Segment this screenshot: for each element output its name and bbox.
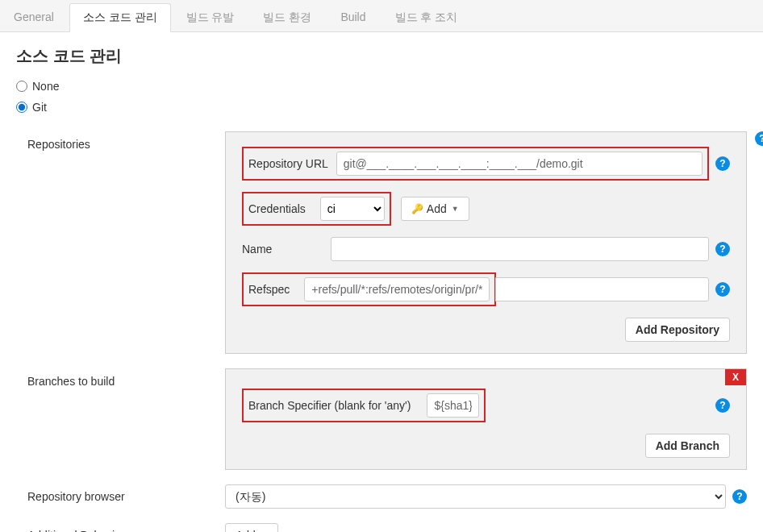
repositories-label: Repositories: [27, 131, 225, 151]
credentials-select[interactable]: ci: [320, 197, 385, 221]
help-icon[interactable]: ?: [715, 242, 730, 256]
radio-none[interactable]: [16, 81, 27, 92]
help-icon[interactable]: ?: [715, 282, 730, 297]
config-tabs: General 소스 코드 관리 빌드 유발 빌드 환경 Build 빌드 후 …: [0, 0, 763, 32]
tab-post-build[interactable]: 빌드 후 조치: [382, 3, 472, 31]
credentials-label: Credentials: [248, 202, 306, 215]
content: None Git Repositories ? Repository URL ?: [0, 77, 763, 532]
repo-url-input[interactable]: [336, 152, 703, 176]
key-icon: 🔑: [411, 203, 423, 214]
name-input[interactable]: [331, 237, 709, 261]
delete-branch-button[interactable]: X: [725, 369, 746, 385]
branch-specifier-input[interactable]: [427, 393, 479, 418]
refspec-label: Refspec: [248, 283, 290, 296]
credentials-add-button[interactable]: 🔑 Add ▼: [401, 197, 469, 221]
radio-git-label: Git: [32, 101, 47, 114]
branch-specifier-label: Branch Specifier (blank for 'any'): [248, 399, 411, 412]
additional-behaviours-add-button[interactable]: Add ▼: [225, 523, 278, 532]
section-title: 소스 코드 관리: [0, 32, 763, 77]
branches-section: Branches to build X Branch Specifier (bl…: [27, 368, 747, 470]
branches-box: X Branch Specifier (blank for 'any') ? A…: [225, 368, 747, 470]
tab-scm[interactable]: 소스 코드 관리: [69, 3, 171, 32]
repo-browser-section: Repository browser (자동) ?: [27, 484, 747, 509]
tab-triggers[interactable]: 빌드 유발: [173, 3, 248, 31]
help-icon[interactable]: ?: [755, 131, 763, 146]
refspec-input-visible[interactable]: [304, 277, 490, 301]
tab-build-env[interactable]: 빌드 환경: [249, 3, 325, 31]
additional-behaviours-section: Additional Behaviours Add ▼: [27, 523, 747, 532]
repositories-section: Repositories ? Repository URL ? Credenti…: [27, 131, 747, 354]
refspec-row: Refspec ?: [242, 272, 730, 306]
add-label: Add: [236, 529, 256, 532]
repositories-box: Repository URL ? Credentials ci 🔑: [225, 131, 747, 354]
help-icon[interactable]: ?: [715, 156, 730, 171]
credentials-row: Credentials ci 🔑 Add ▼: [242, 192, 730, 226]
refspec-input-tail[interactable]: [495, 277, 709, 301]
additional-behaviours-label: Additional Behaviours: [27, 529, 225, 532]
name-label: Name: [242, 243, 331, 256]
repo-browser-label: Repository browser: [27, 490, 225, 503]
scm-option-none[interactable]: None: [16, 77, 747, 96]
tab-build[interactable]: Build: [327, 3, 379, 31]
radio-git[interactable]: [16, 102, 27, 113]
credentials-add-label: Add: [427, 202, 447, 215]
name-row: Name ?: [242, 237, 730, 261]
repo-url-row: Repository URL ?: [242, 147, 730, 181]
add-branch-button[interactable]: Add Branch: [645, 434, 730, 458]
add-repository-button[interactable]: Add Repository: [625, 318, 730, 342]
help-icon[interactable]: ?: [715, 398, 730, 413]
help-icon[interactable]: ?: [732, 489, 747, 504]
tab-general[interactable]: General: [0, 3, 68, 31]
repo-url-label: Repository URL: [248, 157, 328, 170]
radio-none-label: None: [32, 80, 59, 93]
branches-label: Branches to build: [27, 368, 225, 388]
chevron-down-icon: ▼: [452, 205, 459, 213]
scm-option-git[interactable]: Git: [16, 98, 747, 117]
repo-browser-select[interactable]: (자동): [225, 484, 726, 509]
branch-specifier-row: Branch Specifier (blank for 'any') ?: [242, 389, 730, 422]
